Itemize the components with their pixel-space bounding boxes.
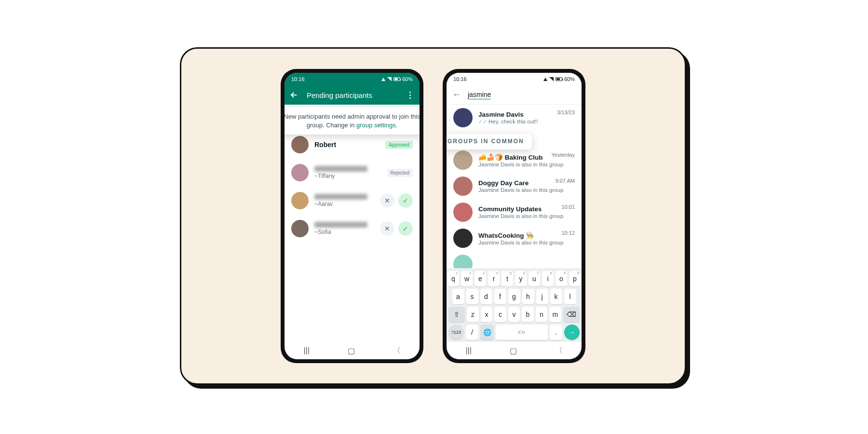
participant-name: Robert bbox=[314, 141, 380, 149]
pending-row: ~Aarav ✕ ✓ bbox=[285, 187, 420, 215]
key-w[interactable]: w2 bbox=[461, 271, 473, 286]
key-v[interactable]: v bbox=[508, 307, 520, 322]
back-icon[interactable] bbox=[289, 90, 299, 100]
android-nav-bar: ||| ▢ 〈 bbox=[447, 342, 582, 359]
key-j[interactable]: j bbox=[536, 289, 548, 304]
language-key[interactable]: 🌐 bbox=[480, 325, 494, 340]
contact-result-row[interactable]: Jasmine Davis ✓✓Hey, check this out!! 3/… bbox=[447, 105, 582, 131]
signal-icon bbox=[387, 77, 392, 81]
key-g[interactable]: g bbox=[508, 289, 520, 304]
group-result-row[interactable]: WhatsCooking 👨‍🍳 Jasmine Davis is also i… bbox=[447, 225, 582, 251]
shift-key[interactable]: ⇧ bbox=[448, 307, 465, 322]
key-p[interactable]: p0 bbox=[569, 271, 581, 286]
key-b[interactable]: b bbox=[522, 307, 533, 322]
status-icons: 60% bbox=[381, 76, 413, 82]
group-settings-link[interactable]: group settings bbox=[356, 122, 396, 129]
key-e[interactable]: e3 bbox=[475, 271, 486, 286]
avatar[interactable] bbox=[453, 229, 473, 248]
symbols-key[interactable]: ?123 bbox=[448, 325, 464, 340]
key-c[interactable]: c bbox=[494, 307, 506, 322]
group-name: Community Updates bbox=[478, 205, 575, 213]
key-y[interactable]: y6 bbox=[515, 271, 527, 286]
avatar[interactable] bbox=[453, 108, 473, 127]
group-subtitle: Jasmine Davis is also in this group bbox=[478, 240, 575, 245]
avatar[interactable] bbox=[291, 164, 309, 181]
group-result-row[interactable]: Doggy Day Care Jasmine Davis is also in … bbox=[447, 173, 582, 199]
reject-button[interactable]: ✕ bbox=[380, 221, 394, 236]
key-h[interactable]: h bbox=[522, 289, 534, 304]
wifi-icon bbox=[543, 78, 547, 81]
pending-list: Robert Approved ~Tiffany Rejected bbox=[285, 105, 420, 342]
accept-button[interactable]: ✓ bbox=[398, 193, 413, 208]
blurred-number bbox=[314, 222, 367, 228]
participant-alias: ~Tiffany bbox=[314, 173, 381, 179]
space-key[interactable]: EN bbox=[496, 325, 548, 340]
search-results: Jasmine Davis ✓✓Hey, check this out!! 3/… bbox=[447, 105, 582, 268]
home-icon[interactable]: ▢ bbox=[510, 346, 517, 355]
key-l[interactable]: l bbox=[564, 289, 576, 304]
keyboard-row-2: asdfghjkl bbox=[448, 289, 580, 304]
recents-icon[interactable]: ||| bbox=[465, 346, 471, 355]
enter-key[interactable]: → bbox=[564, 325, 580, 340]
search-input[interactable]: jasmine bbox=[468, 91, 491, 99]
key-u[interactable]: u7 bbox=[529, 271, 540, 286]
android-nav-bar: ||| ▢ 〈 bbox=[285, 342, 420, 359]
group-subtitle: Jasmine Davis is also in this group bbox=[478, 213, 575, 219]
battery-icon bbox=[393, 77, 400, 81]
avatar[interactable] bbox=[291, 192, 309, 209]
key-t[interactable]: t5 bbox=[502, 271, 513, 286]
key-d[interactable]: d bbox=[480, 289, 492, 304]
key-a[interactable]: a bbox=[452, 289, 464, 304]
result-time: 3/13/23 bbox=[557, 109, 575, 115]
reject-button[interactable]: ✕ bbox=[380, 193, 394, 208]
result-time: 10:12 bbox=[561, 230, 575, 236]
period-key[interactable]: . bbox=[550, 325, 562, 340]
keyboard: q1w2e3r4t5y6u7i8o9p0 asdfghjkl ⇧ zxcvbnm… bbox=[447, 268, 582, 342]
recents-icon[interactable]: ||| bbox=[303, 346, 309, 355]
pending-row: ~Sofia ✕ ✓ bbox=[285, 215, 420, 243]
key-x[interactable]: x bbox=[481, 307, 492, 322]
admin-approval-tooltip: New participants need admin approval to … bbox=[285, 108, 420, 135]
keyboard-row-4: ?123 / 🌐 EN . → bbox=[448, 325, 580, 340]
key-k[interactable]: k bbox=[550, 289, 562, 304]
key-r[interactable]: r4 bbox=[488, 271, 500, 286]
more-options-icon[interactable] bbox=[405, 90, 415, 100]
battery-icon bbox=[556, 77, 562, 81]
key-z[interactable]: z bbox=[467, 307, 478, 322]
status-time: 10:16 bbox=[453, 76, 467, 82]
avatar[interactable] bbox=[453, 176, 473, 196]
slash-key[interactable]: / bbox=[466, 325, 478, 340]
key-s[interactable]: s bbox=[466, 289, 478, 304]
group-result-row[interactable] bbox=[447, 251, 582, 268]
group-subtitle: Jasmine Davis is also in this group bbox=[478, 187, 575, 193]
group-result-row[interactable]: Community Updates Jasmine Davis is also … bbox=[447, 199, 582, 225]
avatar[interactable] bbox=[291, 136, 309, 153]
key-o[interactable]: o9 bbox=[556, 271, 567, 286]
key-i[interactable]: i8 bbox=[542, 271, 554, 286]
avatar[interactable] bbox=[453, 203, 473, 222]
status-bar: 10:16 60% bbox=[447, 73, 582, 85]
accept-button[interactable]: ✓ bbox=[398, 221, 413, 236]
app-bar: Pending participants bbox=[285, 85, 420, 105]
key-m[interactable]: m bbox=[549, 307, 561, 322]
back-nav-icon[interactable]: 〈 bbox=[555, 346, 563, 356]
group-name: WhatsCooking 👨‍🍳 bbox=[478, 231, 575, 239]
avatar[interactable] bbox=[453, 150, 473, 170]
status-time: 10:16 bbox=[291, 76, 305, 82]
back-nav-icon[interactable]: 〈 bbox=[393, 346, 401, 356]
phone-left: 10:16 60% Pending participants New parti… bbox=[281, 69, 423, 363]
read-receipt-icon: ✓✓ bbox=[478, 119, 487, 124]
home-icon[interactable]: ▢ bbox=[348, 346, 355, 355]
key-q[interactable]: q1 bbox=[448, 271, 459, 286]
avatar[interactable] bbox=[291, 220, 309, 237]
pending-row: ~Tiffany Rejected bbox=[285, 159, 420, 187]
groups-in-common-tooltip: GROUPS IN COMMON bbox=[447, 134, 532, 149]
backspace-key[interactable]: ⌫ bbox=[563, 307, 580, 322]
status-bar: 10:16 60% bbox=[285, 73, 420, 85]
back-icon[interactable]: ← bbox=[452, 90, 461, 100]
key-n[interactable]: n bbox=[536, 307, 547, 322]
key-f[interactable]: f bbox=[494, 289, 506, 304]
group-result-row[interactable]: 🧀🍰🍞 Baking Club Jasmine Davis is also in… bbox=[447, 147, 582, 173]
participant-alias: ~Sofia bbox=[314, 229, 374, 235]
avatar[interactable] bbox=[453, 255, 473, 268]
